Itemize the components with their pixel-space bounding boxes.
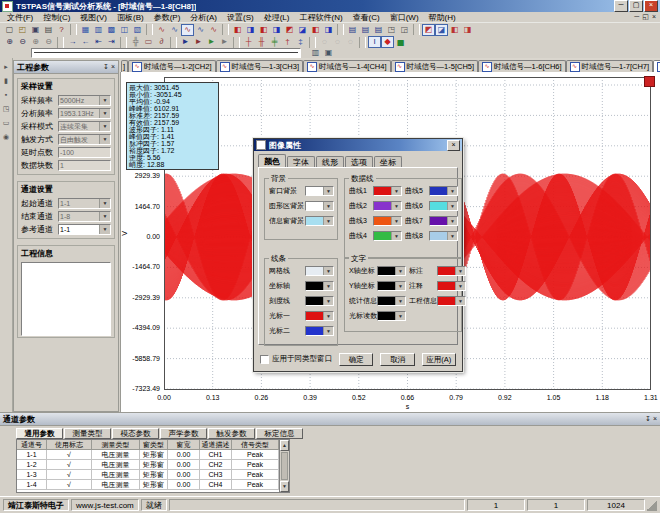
close-button[interactable]: ×	[644, 0, 658, 12]
color-combo[interactable]: ▼	[373, 231, 402, 241]
parameter-combo[interactable]: 1-8 ▼	[58, 211, 111, 222]
toolbar-icon[interactable]: ▭	[142, 36, 155, 48]
toolbar-icon[interactable]	[309, 37, 316, 48]
toolbar-icon[interactable]: ┼	[242, 36, 255, 48]
toolbar-icon[interactable]: ▥	[92, 24, 105, 36]
menu-item[interactable]: 帮助(H)	[424, 12, 461, 23]
apply-button[interactable]: 应用(A)	[422, 353, 456, 366]
chevron-down-icon[interactable]: ▼	[448, 187, 457, 195]
minimize-button[interactable]: ─	[614, 0, 628, 12]
channel-parameter-tab[interactable]: 模态参数	[112, 428, 159, 439]
menu-item[interactable]: 面板(B)	[112, 12, 149, 23]
toolbar-icon[interactable]: ▅	[394, 36, 407, 48]
chevron-down-icon[interactable]: ▼	[448, 202, 457, 210]
toolbar-icon[interactable]: ▣	[29, 24, 42, 36]
toolbar-icon[interactable]: ∿	[194, 24, 207, 36]
toolbar-icon[interactable]: ←	[79, 36, 92, 48]
scroll-down-icon[interactable]: ▼	[280, 481, 289, 492]
parameter-combo[interactable]: 1 ▼	[58, 160, 111, 171]
parameter-combo[interactable]: 5000Hz ▼	[58, 95, 111, 106]
toolbar-icon[interactable]	[337, 24, 344, 35]
toolbar-icon[interactable]: ▢	[3, 24, 16, 36]
statistics-info-box[interactable]: 最大值: 3051.45最小值: -3051.45平均值: -0.94峰峰值: …	[126, 82, 219, 170]
document-tab[interactable]: ∿ 时域信号—1-3[CH3]	[216, 60, 304, 72]
color-combo[interactable]: ▼	[429, 201, 458, 211]
menu-item[interactable]: 分析(A)	[185, 12, 222, 23]
dock-strip-icon[interactable]: ▮	[4, 77, 8, 84]
chevron-down-icon[interactable]: ▼	[396, 282, 405, 290]
menu-item[interactable]: 查看(C)	[348, 12, 385, 23]
toolbar-icon[interactable]: ◨	[461, 24, 474, 36]
color-combo[interactable]: ▼	[377, 266, 406, 276]
color-combo[interactable]: ▼	[377, 296, 406, 306]
toolbar-icon[interactable]: ╬	[129, 36, 142, 48]
menu-item[interactable]: 视图(V)	[75, 12, 112, 23]
toolbar-icon[interactable]: ▩	[105, 24, 118, 36]
toolbar-icon[interactable]: ◫	[118, 24, 131, 36]
color-combo[interactable]: ▼	[429, 231, 458, 241]
document-tab[interactable]: ∿ 时域信号—1-2[CH2]	[128, 60, 216, 72]
chevron-down-icon[interactable]: ▼	[392, 202, 401, 210]
color-combo[interactable]: ▼	[437, 281, 466, 291]
menu-item[interactable]: 文件(F)	[2, 12, 38, 23]
color-combo[interactable]: ▼	[305, 326, 334, 336]
scrollbar-thumb[interactable]	[281, 452, 288, 480]
toolbar-icon[interactable]: ◩	[422, 24, 435, 36]
resize-grip[interactable]	[647, 499, 657, 511]
toolbar-icon[interactable]: ◪	[435, 24, 448, 36]
color-combo[interactable]: ▼	[377, 311, 406, 321]
mdi-minimize-button[interactable]: ─	[634, 13, 639, 21]
channel-parameter-tab[interactable]: 通用参数	[16, 428, 63, 439]
channel-parameter-tab[interactable]: 触发参数	[208, 428, 255, 439]
toolbar-icon[interactable]: ∿	[181, 24, 194, 36]
toolbar-icon[interactable]: ◧	[448, 24, 461, 36]
chevron-down-icon[interactable]: ▼	[324, 187, 333, 195]
mdi-close-button[interactable]: ×	[652, 13, 656, 21]
toolbar-icon[interactable]: ⊕	[29, 36, 42, 48]
toolbar-icon[interactable]: ▤	[42, 24, 55, 36]
color-combo[interactable]: ▼	[373, 201, 402, 211]
toolbar-icon[interactable]: ⇤	[92, 36, 105, 48]
toolbar-icon[interactable]: ▦	[79, 24, 92, 36]
chevron-down-icon[interactable]: ▼	[324, 297, 333, 305]
pin-icon[interactable]: ↧	[645, 415, 651, 423]
toolbar-icon[interactable]	[57, 37, 64, 48]
document-tab[interactable]: ∿ 时域信号—1-6[CH6]	[478, 60, 566, 72]
menu-item[interactable]: 参数(P)	[149, 12, 186, 23]
cancel-button[interactable]: 取消	[380, 353, 414, 366]
toolbar-icon[interactable]: ╫	[255, 36, 268, 48]
dialog-title-bar[interactable]: 图像属性 ×	[254, 139, 462, 151]
toolbar-icon[interactable]: ◨	[244, 24, 257, 36]
toolbar-icon[interactable]: ►	[205, 36, 218, 48]
color-combo[interactable]: ▼	[437, 266, 466, 276]
chevron-down-icon[interactable]: ▼	[324, 217, 333, 225]
color-combo[interactable]: ▼	[305, 201, 334, 211]
scroll-up-icon[interactable]: ▲	[280, 440, 289, 451]
toolbar-icon[interactable]	[70, 24, 77, 35]
title-bar[interactable]: TSTPAS信号测试分析系统 - [时域信号—1-8[CH8]] ─ ▢ ×	[0, 0, 660, 12]
parameter-combo[interactable]: 1-1 ▼	[58, 224, 111, 235]
menu-item[interactable]: 处理(L)	[259, 12, 295, 23]
toolbar-icon[interactable]: ∿	[155, 24, 168, 36]
channel-parameter-tab[interactable]: 测量类型	[64, 428, 111, 439]
channel-parameter-tab[interactable]: 标定信息	[256, 428, 303, 439]
table-row[interactable]: 1-1 √ 电压测量 矩形窗 0.00 CH1 Peak	[17, 450, 279, 460]
chevron-down-icon[interactable]: ▼	[456, 267, 465, 275]
toolbar-icon[interactable]: ∂	[155, 36, 168, 48]
table-scrollbar[interactable]: ▲ ▼	[279, 440, 289, 492]
toolbar-icon[interactable]: ◧	[309, 24, 322, 36]
toolbar-icon[interactable]: ?	[55, 24, 68, 36]
chevron-down-icon[interactable]: ▼	[324, 267, 333, 275]
parameter-combo[interactable]: 1-1 ▼	[58, 198, 111, 209]
chevron-down-icon[interactable]: ▼	[324, 202, 333, 210]
document-tab[interactable]: ∿ 时域信号—1-7[CH7]	[566, 60, 654, 72]
color-combo[interactable]: ▼	[305, 281, 334, 291]
toolbar-icon[interactable]: ⊖	[42, 36, 55, 48]
dialog-tab[interactable]: 选项	[345, 156, 373, 167]
toolbar-icon[interactable]	[120, 37, 127, 48]
toolbar-icon[interactable]: ►	[179, 36, 192, 48]
document-tab[interactable]: ∿ 时域信号—1-8[CH8]	[653, 60, 660, 72]
toolbar-icon[interactable]: ◳	[385, 24, 398, 36]
menu-item[interactable]: 控制(C)	[38, 12, 75, 23]
toolbar-icon[interactable]: ◨	[322, 24, 335, 36]
